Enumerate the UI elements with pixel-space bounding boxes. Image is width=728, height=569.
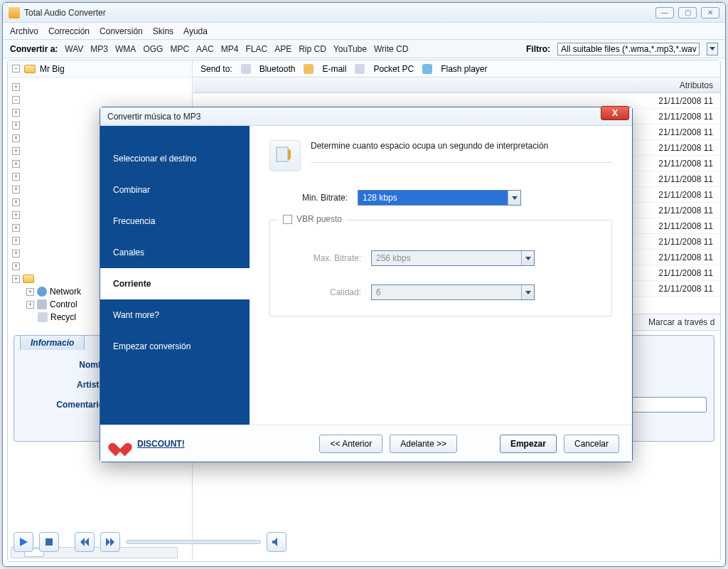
back-button[interactable]: << Anterior (319, 435, 382, 453)
expand-icon[interactable]: + (12, 186, 20, 193)
next-button[interactable]: Adelante >> (390, 435, 457, 453)
expand-icon[interactable]: + (12, 211, 20, 219)
expand-icon[interactable]: + (26, 301, 34, 309)
convert-to-label: Convertir a: (10, 44, 58, 54)
expand-icon[interactable]: − (12, 65, 20, 73)
wizard-nav: Seleccionar el destino Combinar Frecuenc… (100, 126, 250, 425)
expand-icon[interactable]: + (12, 122, 20, 129)
stop-button[interactable] (39, 532, 59, 552)
filter-select[interactable]: All suitable files (*.wma,*.mp3,*.wav (557, 43, 700, 55)
tree-folder-label: Mr Big (40, 64, 65, 74)
hint-text: Determine cuanto espacio ocupa un segund… (311, 140, 612, 163)
format-mpc[interactable]: MPC (170, 44, 189, 54)
format-writecd[interactable]: Write CD (374, 44, 408, 54)
format-ripcd[interactable]: Rip CD (299, 44, 326, 54)
tree-label: Recycl (50, 312, 76, 322)
nav-wantmore[interactable]: Want more? (100, 299, 250, 331)
file-date: 21/11/2008 11 (658, 252, 713, 262)
send-to-pocketpc[interactable]: Pocket PC (373, 64, 414, 74)
expand-icon[interactable]: + (12, 224, 20, 232)
format-mp4[interactable]: MP4 (221, 44, 239, 54)
menu-ayuda[interactable]: Ayuda (183, 26, 208, 36)
start-button[interactable]: Empezar (500, 435, 557, 453)
expand-icon[interactable]: + (12, 134, 20, 142)
vbr-fieldset: VBR puesto Max. Bitrate: 256 kbps Calida… (269, 220, 612, 317)
send-to-bluetooth[interactable]: Bluetooth (259, 64, 296, 74)
menubar: Archivo Corrección Conversión Skins Ayud… (3, 23, 725, 40)
marker-label: Marcar a través d (648, 317, 714, 327)
format-youtube[interactable]: YouTube (333, 44, 367, 54)
nav-canales[interactable]: Canales (100, 237, 250, 268)
expand-icon[interactable]: + (12, 173, 20, 181)
nav-destino[interactable]: Seleccionar el destino (100, 143, 250, 174)
menu-correccion[interactable]: Corrección (48, 26, 90, 36)
chevron-down-icon (521, 251, 534, 265)
menu-skins[interactable]: Skins (153, 26, 173, 36)
format-flac[interactable]: FLAC (245, 44, 267, 54)
control-panel-icon (37, 299, 47, 309)
info-tab[interactable]: Informacio (20, 335, 85, 350)
seek-slider[interactable] (126, 540, 261, 544)
nav-combinar[interactable]: Combinar (100, 174, 250, 206)
tree-label: Control (50, 299, 77, 309)
vbr-label: VBR puesto (296, 214, 342, 224)
expand-icon[interactable]: + (12, 160, 20, 168)
filter-dropdown-button[interactable] (707, 43, 718, 55)
menu-conversion[interactable]: Conversión (100, 26, 143, 36)
file-date: 21/11/2008 11 (658, 206, 713, 216)
send-to-flashplayer[interactable]: Flash player (441, 64, 487, 74)
expand-icon[interactable]: + (12, 237, 20, 245)
nav-frecuencia[interactable]: Frecuencia (100, 206, 250, 237)
min-bitrate-select[interactable]: 128 kbps (358, 190, 521, 206)
tree-current-folder[interactable]: − Mr Big (8, 60, 192, 78)
heart-icon (113, 437, 127, 450)
format-wav[interactable]: WAV (65, 44, 83, 54)
next-button[interactable] (100, 532, 120, 552)
file-date: 21/11/2008 11 (658, 190, 713, 200)
discount-link[interactable]: DISCOUNT! (137, 439, 185, 449)
format-mp3[interactable]: MP3 (90, 44, 108, 54)
expand-icon[interactable]: + (12, 83, 20, 91)
prev-button[interactable] (75, 532, 95, 552)
filter-label: Filtro: (526, 44, 550, 54)
filter-value: All suitable files (*.wma,*.mp3,*.wav (561, 44, 697, 54)
vbr-checkbox[interactable] (283, 215, 292, 224)
file-date: 21/11/2008 11 (658, 237, 713, 247)
tree-label: Network (50, 287, 81, 297)
expand-icon[interactable]: + (12, 147, 20, 155)
close-window-button[interactable]: ✕ (701, 7, 719, 18)
svg-rect-0 (46, 538, 53, 546)
file-date: 21/11/2008 11 (658, 159, 713, 169)
file-date: 21/11/2008 11 (658, 143, 713, 153)
menu-archivo[interactable]: Archivo (10, 26, 38, 36)
file-date: 21/11/2008 11 (658, 221, 713, 231)
format-ape[interactable]: APE (274, 44, 291, 54)
expand-icon[interactable]: − (12, 96, 20, 104)
tree-row[interactable]: − (9, 93, 191, 106)
send-to-email[interactable]: E-mail (322, 64, 346, 74)
svg-rect-1 (277, 147, 288, 161)
expand-icon[interactable]: + (26, 288, 34, 296)
expand-icon[interactable]: + (12, 275, 20, 283)
format-ogg[interactable]: OGG (143, 44, 163, 54)
expand-icon[interactable]: + (12, 262, 20, 270)
column-header-attributes[interactable]: Atributos (193, 78, 720, 93)
recycle-bin-icon (38, 312, 48, 322)
volume-button[interactable] (267, 532, 287, 552)
dialog-close-button[interactable]: X (601, 106, 629, 120)
maximize-button[interactable]: ▢ (678, 7, 697, 18)
tree-row[interactable]: + (9, 80, 191, 93)
minimize-button[interactable]: — (655, 7, 674, 18)
format-aac[interactable]: AAC (196, 44, 214, 54)
cancel-button[interactable]: Cancelar (564, 435, 619, 453)
window-title: Total Audio Converter (24, 8, 655, 18)
format-wma[interactable]: WMA (115, 44, 136, 54)
file-date: 21/11/2008 11 (658, 112, 713, 122)
nav-corriente[interactable]: Corriente (100, 268, 250, 299)
expand-icon[interactable]: + (12, 198, 20, 206)
nav-empezar[interactable]: Empezar conversión (100, 331, 250, 362)
play-button[interactable] (14, 532, 33, 552)
expand-icon[interactable]: + (12, 250, 20, 257)
expand-icon[interactable]: + (12, 109, 20, 117)
calidad-select: 6 (371, 284, 535, 300)
